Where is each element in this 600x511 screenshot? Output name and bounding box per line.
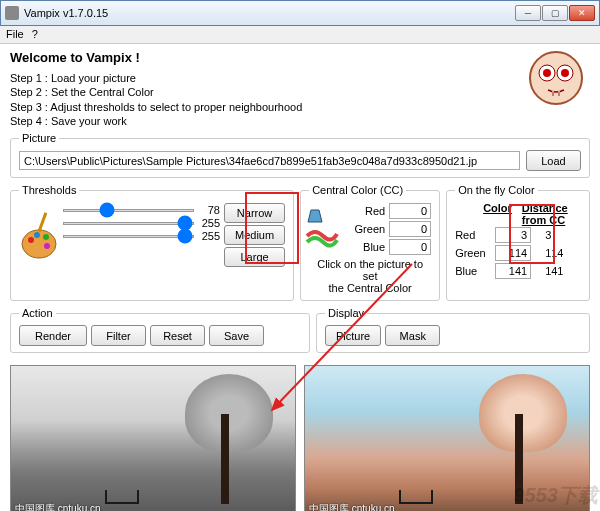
display-legend: Display [325, 307, 367, 319]
action-legend: Action [19, 307, 56, 319]
onfly-red-label: Red [455, 229, 489, 241]
threshold-slider-2[interactable] [63, 222, 194, 225]
threshold-value-1: 78 [198, 204, 220, 216]
picture-path-input[interactable] [19, 151, 520, 170]
filter-button[interactable]: Filter [91, 325, 146, 346]
thresholds-legend: Thresholds [19, 184, 79, 196]
menu-help[interactable]: ? [32, 28, 38, 41]
central-color-group: Central Color (CC) Red Green Blue Click … [300, 184, 440, 301]
cc-red-label: Red [365, 205, 385, 217]
picture-group: Picture Load [10, 132, 590, 178]
preview-left[interactable]: 中国图库 cntuku.cn [10, 365, 296, 511]
minimize-button[interactable]: ─ [515, 5, 541, 21]
window-title: Vampix v1.7.0.15 [24, 7, 515, 19]
bench-icon [399, 490, 433, 504]
onfly-legend: On the fly Color [455, 184, 537, 196]
threshold-value-2: 255 [198, 217, 220, 229]
onfly-blue-label: Blue [455, 265, 489, 277]
threshold-value-3: 255 [198, 230, 220, 242]
steps-text: Step 1 : Load your picture Step 2 : Set … [10, 71, 590, 128]
onfly-color-header: Color [483, 202, 512, 226]
step-2: Step 2 : Set the Central Color [10, 85, 590, 99]
load-button[interactable]: Load [526, 150, 581, 171]
onfly-color-group: On the fly Color ColorDistance from CC R… [446, 184, 590, 301]
step-1: Step 1 : Load your picture [10, 71, 590, 85]
picture-legend: Picture [19, 132, 59, 144]
narrow-button[interactable]: Narrow [224, 203, 285, 223]
save-button[interactable]: Save [209, 325, 264, 346]
cc-legend: Central Color (CC) [309, 184, 406, 196]
display-mask-button[interactable]: Mask [385, 325, 440, 346]
onfly-red-dist: 3 [545, 229, 551, 241]
reset-button[interactable]: Reset [150, 325, 205, 346]
app-icon [5, 6, 19, 20]
menubar: File ? [0, 26, 600, 44]
render-button[interactable]: Render [19, 325, 87, 346]
cc-green-input[interactable] [389, 221, 431, 237]
cc-blue-label: Blue [363, 241, 385, 253]
thresholds-group: Thresholds 78 255 255 Narrow Medium Larg… [10, 184, 294, 301]
cc-green-label: Green [355, 223, 386, 235]
cc-hint: Click on the picture to setthe Central C… [309, 258, 431, 294]
image-watermark: 中国图库 cntuku.cn [309, 502, 395, 511]
display-group: Display Picture Mask [316, 307, 590, 353]
action-group: Action Render Filter Reset Save [10, 307, 310, 353]
svg-point-8 [43, 234, 49, 240]
onfly-blue-dist: 141 [545, 265, 563, 277]
site-watermark: 9553下载 [514, 482, 599, 509]
svg-point-4 [561, 69, 569, 77]
cc-blue-input[interactable] [389, 239, 431, 255]
color-picker-icon [305, 206, 339, 250]
vampire-logo-icon [526, 48, 586, 108]
onfly-green-input[interactable] [495, 245, 531, 261]
display-picture-button[interactable]: Picture [325, 325, 381, 346]
titlebar: Vampix v1.7.0.15 ─ ▢ ✕ [0, 0, 600, 26]
svg-point-0 [530, 52, 582, 104]
onfly-dist-header: Distance from CC [522, 202, 581, 226]
medium-button[interactable]: Medium [224, 225, 285, 245]
step-3: Step 3 : Adjust thresholds to select to … [10, 100, 590, 114]
cc-red-input[interactable] [389, 203, 431, 219]
svg-rect-10 [38, 212, 48, 232]
svg-point-2 [543, 69, 551, 77]
large-button[interactable]: Large [224, 247, 285, 267]
onfly-blue-input[interactable] [495, 263, 531, 279]
maximize-button[interactable]: ▢ [542, 5, 568, 21]
svg-point-6 [28, 237, 34, 243]
close-button[interactable]: ✕ [569, 5, 595, 21]
threshold-slider-3[interactable] [63, 235, 194, 238]
bench-icon [105, 490, 139, 504]
palette-icon [19, 210, 59, 262]
onfly-green-dist: 114 [545, 247, 563, 259]
svg-point-7 [34, 232, 40, 238]
step-4: Step 4 : Save your work [10, 114, 590, 128]
onfly-green-label: Green [455, 247, 489, 259]
svg-point-9 [44, 243, 50, 249]
image-watermark: 中国图库 cntuku.cn [15, 502, 101, 511]
menu-file[interactable]: File [6, 28, 24, 41]
onfly-red-input[interactable] [495, 227, 531, 243]
welcome-heading: Welcome to Vampix ! [10, 50, 590, 65]
threshold-slider-1[interactable] [63, 209, 194, 212]
